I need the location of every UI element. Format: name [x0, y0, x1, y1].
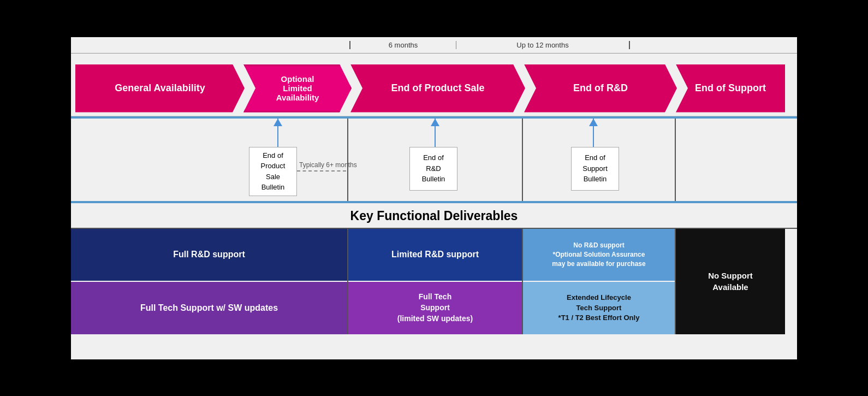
kfd-col-eos: No Support Available — [676, 229, 785, 334]
bulletin-col-eord: End of Support Bulletin — [523, 119, 676, 201]
bulletin-arrow-eos — [589, 119, 598, 126]
dashed-line-typically — [297, 170, 346, 172]
kfd-col-eops: Limited R&D support Full Tech Support (l… — [348, 229, 523, 334]
bulletin-box-eord: End of R&D Bulletin — [409, 147, 457, 191]
kfd-title: Key Functional Deliverables — [71, 203, 797, 228]
kfd-full-rd: Full R&D support — [71, 229, 347, 281]
kfd-col-eord: No R&D support *Optional Solution Assura… — [523, 229, 676, 334]
bulletin-arrow-eops — [274, 119, 282, 126]
arrow-ola-label: Optional Limited Availability — [276, 74, 319, 102]
bulletin-col-eops: End of R&D Bulletin — [348, 119, 523, 201]
months-12: Up to 12 months — [456, 41, 630, 49]
diagram-container: 6 months Up to 12 months General Availab… — [71, 37, 797, 359]
bulletin-box-eos: End of Support Bulletin — [571, 147, 619, 191]
kfd-full-tech: Full Tech Support w/ SW updates — [71, 282, 347, 334]
arrow-ola: Optional Limited Availability — [243, 64, 352, 113]
kfd-limited-rd: Limited R&D support — [348, 229, 522, 281]
kfd-col-ga: Full R&D support Full Tech Support w/ SW… — [71, 229, 348, 334]
kfd-no-support: No Support Available — [676, 229, 785, 334]
bulletin-arrow-eord — [431, 119, 439, 126]
bulletins-section: End of Product Sale Bulletin Typically 6… — [71, 117, 797, 202]
bulletin-col-eos — [676, 119, 785, 201]
kfd-section: Key Functional Deliverables Full R&D sup… — [71, 203, 797, 334]
arrow-eos-label: End of Support — [695, 82, 766, 94]
bulletin-box-eops: End of Product Sale Bulletin — [249, 147, 297, 196]
arrows-row: General Availability Optional Limited Av… — [71, 54, 797, 116]
kfd-extended-lifecycle: Extended Lifecycle Tech Support *T1 / T2… — [523, 282, 675, 334]
arrow-ga-label: General Availability — [115, 82, 205, 94]
arrow-eord-label: End of R&D — [573, 82, 628, 94]
bulletin-col-ga-ola: End of Product Sale Bulletin Typically 6… — [71, 119, 348, 201]
arrow-ga: General Availability — [75, 64, 245, 113]
kfd-grid: Full R&D support Full Tech Support w/ SW… — [71, 228, 797, 334]
months-6: 6 months — [349, 41, 456, 49]
arrow-eops: End of Product Sale — [350, 64, 525, 113]
kfd-full-tech-limited: Full Tech Support (limited SW updates) — [348, 282, 522, 334]
arrow-eops-label: End of Product Sale — [391, 82, 484, 94]
arrow-eord: End of R&D — [524, 64, 677, 113]
arrow-eos: End of Support — [676, 64, 785, 113]
kfd-no-rd: No R&D support *Optional Solution Assura… — [523, 229, 675, 281]
